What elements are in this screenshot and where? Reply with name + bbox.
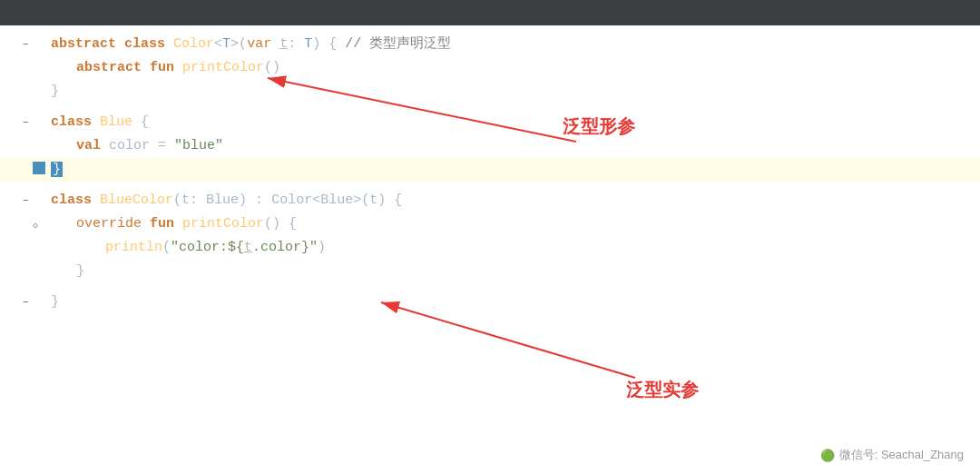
gutter-5: –: [0, 116, 33, 129]
line-content-1: abstract class Color<T>(var t: T) { // 类…: [47, 33, 451, 56]
code-line-11: println("color:${t.color}"): [0, 236, 980, 260]
main-container: – abstract class Color<T>(var t: T) { //…: [0, 0, 980, 474]
code-line-14: – }: [0, 291, 980, 314]
code-line-3: }: [0, 80, 980, 104]
code-block: – abstract class Color<T>(var t: T) { //…: [0, 25, 980, 474]
line-content-3: }: [47, 80, 59, 104]
bookmark-icon-7: [33, 162, 45, 174]
watermark: 🟢 微信号: Seachal_Zhang: [819, 447, 964, 463]
line-content-14: }: [47, 291, 59, 314]
code-line-9: – class BlueColor(t: Blue) : Color<Blue>…: [0, 189, 980, 212]
gutter-14: –: [0, 296, 33, 309]
line-content-11: println("color:${t.color}"): [47, 236, 326, 260]
watermark-icon: 🟢: [819, 447, 836, 463]
fold-icon-9[interactable]: –: [23, 194, 29, 207]
annotation-label-2: 泛型实参: [626, 378, 699, 402]
gutter-9: –: [0, 194, 33, 207]
line-content-9: class BlueColor(t: Blue) : Color<Blue>(t…: [47, 189, 402, 212]
breakpoint-10: ◇: [33, 217, 47, 232]
code-area: – abstract class Color<T>(var t: T) { //…: [0, 25, 980, 474]
line-sep-2: [0, 182, 980, 189]
code-line-1: – abstract class Color<T>(var t: T) { //…: [0, 33, 980, 56]
annotation-label-1: 泛型形参: [563, 114, 635, 139]
fold-icon-5[interactable]: –: [23, 116, 29, 129]
line-content-5: class Blue {: [47, 111, 149, 134]
watermark-text: 微信号: Seachal_Zhang: [839, 447, 964, 463]
code-line-10: ◇ override fun printColor() {: [0, 212, 980, 236]
code-line-2: abstract fun printColor(): [0, 56, 980, 80]
code-line-5: – class Blue {: [0, 111, 980, 134]
line-content-2: abstract fun printColor(): [47, 56, 280, 80]
line-content-7: }: [47, 158, 63, 182]
code-line-7: }: [0, 158, 980, 182]
code-line-6: val color = "blue": [0, 134, 980, 158]
line-sep-3: [0, 283, 980, 291]
top-bar: [0, 0, 980, 25]
fold-icon-14[interactable]: –: [23, 296, 29, 309]
line-content-10: override fun printColor() {: [47, 212, 297, 236]
line-content-12: }: [47, 260, 84, 283]
line-content-6: val color = "blue": [47, 134, 223, 158]
code-line-12: }: [0, 260, 980, 283]
gutter-1: –: [0, 38, 33, 51]
line-sep-1: [0, 104, 980, 111]
fold-icon-1[interactable]: –: [23, 38, 29, 51]
breakpoint-7: [33, 162, 47, 179]
